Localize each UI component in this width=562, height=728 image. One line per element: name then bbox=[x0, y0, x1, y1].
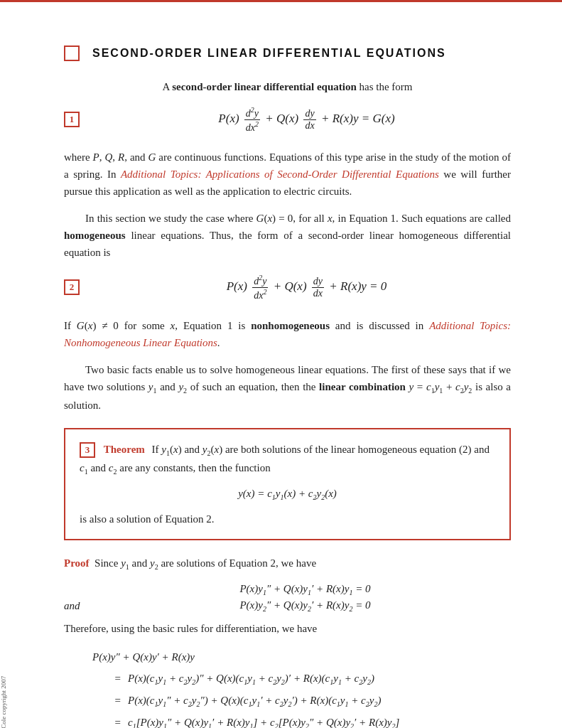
theorem-equation: y(x) = c1y1(x) + c2y2(x) bbox=[80, 485, 495, 503]
theorem-conclusion: is also a solution of Equation 2. bbox=[80, 510, 495, 528]
deriv-equals-1: = bbox=[92, 668, 121, 689]
theorem-label: Theorem bbox=[104, 444, 145, 455]
proof-line-1: P(x)y1″ + Q(x)y1′ + R(x)y1 = 0 bbox=[64, 583, 511, 596]
equation-1-block: 1 P(x) d2y dx2 + Q(x) dy dx + R(x)y = G(… bbox=[64, 106, 511, 133]
proof-intro: Proof Since y1 and y2 are solutions of E… bbox=[64, 555, 511, 573]
deriv-eq-0: P(x)y″ + Q(x)y′ + R(x)y bbox=[92, 647, 511, 668]
proof-lines: P(x)y1″ + Q(x)y1′ + R(x)y1 = 0 and P(x)y… bbox=[64, 583, 511, 613]
proof-line2-label: and bbox=[64, 600, 99, 612]
top-line bbox=[0, 0, 562, 2]
deriv-line-3: = c1[P(x)y1″ + Q(x)y1′ + R(x)y1] + c2[P(… bbox=[92, 712, 511, 728]
deriv-eq-3: c1[P(x)y1″ + Q(x)y1′ + R(x)y1] + c2[P(x)… bbox=[128, 712, 511, 728]
eq1-number: 1 bbox=[64, 112, 80, 127]
section-marker bbox=[64, 46, 80, 61]
para4: Two basic facts enable us to solve homog… bbox=[64, 361, 511, 414]
deriv-line-1: = P(x)(c1y1 + c2y2)″ + Q(x)(c1y1 + c2y2)… bbox=[92, 668, 511, 689]
derivation-block: P(x)y″ + Q(x)y′ + R(x)y = P(x)(c1y1 + c2… bbox=[92, 647, 511, 728]
deriv-eq-1: P(x)(c1y1 + c2y2)″ + Q(x)(c1y1 + c2y2)′ … bbox=[128, 668, 511, 689]
para2: In this section we study the case where … bbox=[64, 210, 511, 261]
proof-line2-eq: P(x)y2″ + Q(x)y2′ + R(x)y2 = 0 bbox=[99, 599, 511, 613]
page: SECOND-ORDER LINEAR DIFFERENTIAL EQUATIO… bbox=[0, 0, 562, 728]
eq2-number: 2 bbox=[64, 279, 80, 295]
theorem-box: 3 Theorem If y1(x) and y2(x) are both so… bbox=[64, 428, 511, 540]
deriv-equals-3: = bbox=[92, 712, 121, 728]
therefore-text: Therefore, using the basic rules for dif… bbox=[64, 620, 511, 637]
proof-line1-eq: P(x)y1″ + Q(x)y1′ + R(x)y1 = 0 bbox=[99, 583, 511, 596]
section-header: SECOND-ORDER LINEAR DIFFERENTIAL EQUATIO… bbox=[64, 46, 511, 61]
deriv-equals-2: = bbox=[92, 690, 121, 711]
para3: If G(x) ≠ 0 for some x, Equation 1 is no… bbox=[64, 317, 511, 351]
equation-2-block: 2 P(x) d2y dx2 + Q(x) dy dx + R(x)y = 0 bbox=[64, 274, 511, 301]
eq3-number: 3 bbox=[80, 442, 95, 458]
eq2-frac2: dy dx bbox=[312, 276, 324, 299]
eq2-frac1: d2y dx2 bbox=[252, 274, 268, 301]
intro-text: A second-order linear differential equat… bbox=[64, 81, 511, 93]
eq1-content: P(x) d2y dx2 + Q(x) dy dx + R(x)y = G(x) bbox=[102, 106, 511, 133]
eq2-content: P(x) d2y dx2 + Q(x) dy dx + R(x)y = 0 bbox=[102, 274, 511, 301]
copyright-text: Thomson Brooks-Cole copyright 2007 bbox=[0, 676, 7, 728]
link-applications[interactable]: Additional Topics: Applications of Secon… bbox=[121, 168, 439, 180]
eq1-frac2: dy dx bbox=[303, 108, 315, 132]
deriv-eq-2: P(x)(c1y1″ + c2y2″) + Q(x)(c1y1′ + c2y2′… bbox=[128, 690, 511, 711]
eq1-frac1: d2y dx2 bbox=[244, 106, 260, 133]
deriv-line-0: P(x)y″ + Q(x)y′ + R(x)y bbox=[92, 647, 511, 668]
eq1-math: P(x) d2y dx2 + Q(x) dy dx + R(x)y = G(x) bbox=[218, 106, 394, 133]
eq2-math: P(x) d2y dx2 + Q(x) dy dx + R(x)y = 0 bbox=[227, 274, 387, 301]
section-title: SECOND-ORDER LINEAR DIFFERENTIAL EQUATIO… bbox=[92, 47, 446, 60]
theorem-content: 3 Theorem If y1(x) and y2(x) are both so… bbox=[80, 441, 495, 528]
proof-line-2: and P(x)y2″ + Q(x)y2′ + R(x)y2 = 0 bbox=[64, 599, 511, 613]
proof-label: Proof bbox=[64, 557, 90, 569]
proof-section: Proof Since y1 and y2 are solutions of E… bbox=[64, 555, 511, 728]
para1: where P, Q, R, and G are continuous func… bbox=[64, 149, 511, 200]
deriv-line-2: = P(x)(c1y1″ + c2y2″) + Q(x)(c1y1′ + c2y… bbox=[92, 690, 511, 711]
